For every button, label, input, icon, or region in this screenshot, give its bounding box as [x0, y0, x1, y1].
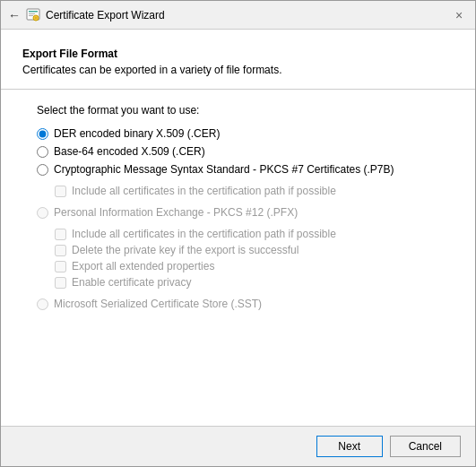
radio-item-sst[interactable]: Microsoft Serialized Certificate Store (…: [37, 298, 439, 310]
title-bar: ← Certificate Export Wizard ×: [1, 1, 475, 30]
wizard-window: ← Certificate Export Wizard × Export Fil…: [0, 0, 476, 467]
svg-rect-3: [29, 15, 33, 16]
radio-item-der[interactable]: DER encoded binary X.509 (.CER): [37, 127, 439, 140]
cancel-button[interactable]: Cancel: [390, 436, 461, 457]
footer: Next Cancel: [1, 426, 475, 466]
radio-label-der: DER encoded binary X.509 (.CER): [54, 127, 220, 140]
pfx-export-checkbox[interactable]: [55, 261, 66, 272]
radio-der[interactable]: [37, 128, 48, 140]
radio-group: DER encoded binary X.509 (.CER) Base-64 …: [37, 127, 439, 310]
pfx-include-label: Include all certificates in the certific…: [72, 228, 336, 240]
pfx-export-label: Export all extended properties: [72, 260, 214, 272]
radio-base64[interactable]: [37, 146, 48, 158]
radio-item-pfx[interactable]: Personal Information Exchange - PKCS #12…: [37, 206, 439, 219]
pfx-delete-label: Delete the private key if the export is …: [72, 244, 299, 256]
pfx-delete-checkbox[interactable]: [55, 245, 66, 256]
radio-item-pkcs7[interactable]: Cryptographic Message Syntax Standard - …: [37, 163, 439, 176]
pfx-include-checkbox-item[interactable]: Include all certificates in the certific…: [55, 228, 439, 240]
wizard-icon: [26, 8, 40, 22]
main-section: Select the format you want to use: DER e…: [1, 90, 475, 426]
section-title: Export File Format: [22, 48, 454, 60]
pkcs7-include-checkbox-item[interactable]: Include all certificates in the certific…: [55, 185, 439, 197]
next-button[interactable]: Next: [316, 436, 383, 457]
svg-rect-1: [29, 11, 38, 13]
radio-label-sst: Microsoft Serialized Certificate Store (…: [54, 298, 262, 310]
radio-sst[interactable]: [37, 298, 48, 310]
section-desc: Certificates can be exported in a variet…: [22, 64, 454, 76]
pkcs7-sub-options: Include all certificates in the certific…: [55, 185, 439, 197]
header-section: Export File Format Certificates can be e…: [1, 30, 475, 90]
radio-label-pkcs7: Cryptographic Message Syntax Standard - …: [54, 163, 394, 176]
pfx-sub-options: Include all certificates in the certific…: [55, 228, 439, 289]
pkcs7-include-checkbox[interactable]: [55, 186, 66, 197]
svg-rect-2: [29, 13, 35, 14]
radio-label-base64: Base-64 encoded X.509 (.CER): [54, 145, 205, 158]
pfx-export-checkbox-item[interactable]: Export all extended properties: [55, 260, 439, 272]
close-button[interactable]: ×: [450, 6, 468, 24]
pfx-privacy-checkbox[interactable]: [55, 277, 66, 289]
back-arrow[interactable]: ←: [8, 8, 21, 22]
radio-pfx[interactable]: [37, 207, 48, 219]
content-area: Export File Format Certificates can be e…: [1, 30, 475, 466]
pfx-privacy-label: Enable certificate privacy: [72, 276, 191, 289]
radio-item-base64[interactable]: Base-64 encoded X.509 (.CER): [37, 145, 439, 158]
pkcs7-include-label: Include all certificates in the certific…: [72, 185, 336, 197]
title-bar-left: ← Certificate Export Wizard: [8, 8, 165, 22]
radio-pkcs7[interactable]: [37, 164, 48, 176]
pfx-privacy-checkbox-item[interactable]: Enable certificate privacy: [55, 276, 439, 289]
pfx-include-checkbox[interactable]: [55, 229, 66, 240]
radio-label-pfx: Personal Information Exchange - PKCS #12…: [54, 206, 298, 219]
window-title: Certificate Export Wizard: [46, 9, 165, 22]
pfx-delete-checkbox-item[interactable]: Delete the private key if the export is …: [55, 244, 439, 256]
select-label: Select the format you want to use:: [37, 104, 439, 117]
